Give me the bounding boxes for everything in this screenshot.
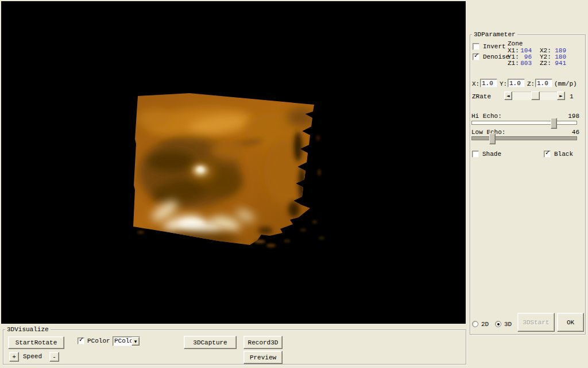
speed-minus-button[interactable]: -	[49, 352, 59, 362]
pcolor-dropdown-arrow-icon[interactable]: ▼	[131, 337, 140, 346]
pcolor-checkbox[interactable]: ✓	[78, 338, 84, 344]
invert-label: Invert	[483, 43, 506, 50]
denoise-check-icon: ✓	[474, 52, 479, 59]
pcolor-label: PColor	[87, 338, 110, 344]
mode-3d-radio[interactable]	[495, 321, 501, 327]
param-groupbox-title: 3DParameter	[472, 32, 517, 38]
start3d-button[interactable]: 3DStart	[517, 313, 555, 332]
black-check-icon: ✓	[545, 150, 550, 156]
zrate-label: ZRate	[472, 93, 491, 100]
zone-title: Zone	[508, 40, 523, 47]
denoise-checkbox[interactable]: ✓	[473, 53, 479, 60]
record3d-button[interactable]: Record3D	[243, 336, 283, 349]
pcolor-dropdown[interactable]: PColor ▼	[113, 336, 140, 346]
scale-z-input[interactable]	[535, 79, 552, 87]
denoise-label: Denoise	[483, 53, 509, 60]
hi-echo-thumb[interactable]	[551, 118, 557, 129]
hi-echo-slider[interactable]	[471, 121, 577, 125]
zone-z1-value: 803	[517, 60, 532, 67]
black-label: Black	[554, 151, 573, 158]
speed-plus-button[interactable]: +	[9, 352, 19, 362]
zrate-right-arrow-icon[interactable]: ►	[557, 91, 565, 100]
pcolor-check-icon: ✓	[79, 336, 84, 343]
start-rotate-button[interactable]: StartRotate	[8, 336, 64, 349]
visualize-groupbox-title: 3DVisualize	[5, 327, 51, 333]
low-echo-thumb[interactable]	[489, 133, 496, 144]
volume-render	[1, 1, 466, 324]
zrate-track[interactable]	[512, 91, 557, 100]
mode-2d-label: 2D	[481, 321, 489, 328]
hi-echo-label: Hi Echo:	[471, 113, 502, 120]
scale-x-input[interactable]	[480, 79, 497, 87]
preview-button[interactable]: Preview	[243, 351, 283, 364]
mode-3d-radio-dot	[497, 323, 500, 325]
speed-label: Speed	[23, 353, 42, 360]
ok-button[interactable]: OK	[557, 313, 584, 332]
scale-y-label: Y:	[500, 80, 507, 87]
mode-3d-label: 3D	[504, 321, 512, 328]
low-echo-value: 46	[554, 129, 579, 136]
render-viewport[interactable]	[1, 1, 466, 324]
black-checkbox[interactable]: ✓	[544, 151, 551, 158]
capture3d-button[interactable]: 3DCapture	[184, 336, 237, 349]
scale-unit-label: (mm/p)	[554, 80, 577, 87]
zone-z2-label: Z2:	[540, 60, 551, 67]
shade-checkbox[interactable]: ✓	[472, 151, 479, 158]
scale-y-input[interactable]	[508, 79, 525, 87]
zrate-left-arrow-icon[interactable]: ◄	[504, 91, 512, 100]
app-window: { "window": { "bg": "#ECE9D8", "viewport…	[0, 0, 588, 368]
invert-checkbox[interactable]: ✓	[473, 43, 479, 50]
mode-2d-radio[interactable]	[472, 321, 478, 327]
hi-echo-value: 198	[554, 113, 579, 120]
zrate-value: 1	[570, 93, 574, 100]
zone-z2-value: 941	[554, 60, 566, 67]
scale-x-label: X:	[472, 80, 479, 87]
pcolor-dropdown-value: PColor	[113, 337, 131, 346]
shade-label: Shade	[482, 151, 501, 158]
zrate-thumb[interactable]	[531, 91, 540, 100]
scale-z-label: Z:	[527, 80, 535, 87]
low-echo-slider[interactable]	[471, 136, 577, 140]
zrate-scrollbar: ◄ ►	[504, 91, 565, 100]
